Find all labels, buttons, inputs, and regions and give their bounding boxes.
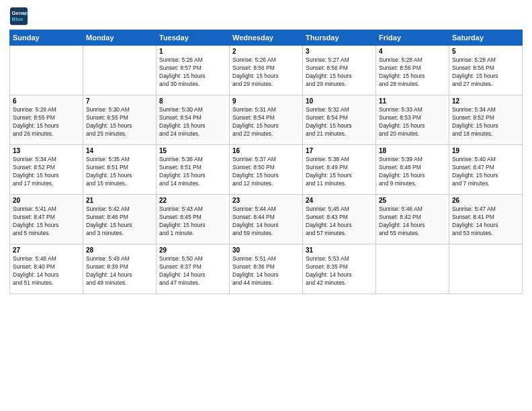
- day-info: Sunrise: 5:35 AM Sunset: 8:51 PM Dayligh…: [86, 156, 153, 188]
- calendar-cell: 9Sunrise: 5:31 AM Sunset: 8:54 PM Daylig…: [230, 95, 303, 145]
- day-number: 22: [159, 197, 226, 204]
- calendar-table: SundayMondayTuesdayWednesdayThursdayFrid…: [9, 30, 523, 294]
- calendar-week-row: 13Sunrise: 5:34 AM Sunset: 8:52 PM Dayli…: [10, 145, 523, 195]
- calendar-cell: 30Sunrise: 5:51 AM Sunset: 8:36 PM Dayli…: [230, 244, 303, 294]
- day-info: Sunrise: 5:37 AM Sunset: 8:50 PM Dayligh…: [232, 156, 300, 188]
- calendar-day-header: Tuesday: [157, 30, 230, 46]
- calendar-cell: 3Sunrise: 5:27 AM Sunset: 8:56 PM Daylig…: [303, 46, 376, 95]
- calendar-cell: 22Sunrise: 5:43 AM Sunset: 8:45 PM Dayli…: [157, 195, 230, 244]
- day-number: 31: [306, 246, 373, 254]
- calendar-cell: 28Sunrise: 5:49 AM Sunset: 8:39 PM Dayli…: [83, 244, 157, 294]
- day-number: 23: [232, 197, 300, 204]
- calendar-cell: 31Sunrise: 5:53 AM Sunset: 8:35 PM Dayli…: [303, 244, 376, 294]
- calendar-cell: 24Sunrise: 5:45 AM Sunset: 8:43 PM Dayli…: [303, 195, 376, 244]
- day-info: Sunrise: 5:49 AM Sunset: 8:39 PM Dayligh…: [86, 255, 153, 287]
- day-number: 19: [452, 147, 519, 154]
- day-info: Sunrise: 5:26 AM Sunset: 8:56 PM Dayligh…: [232, 56, 300, 89]
- day-info: Sunrise: 5:47 AM Sunset: 8:41 PM Dayligh…: [452, 205, 519, 238]
- calendar-cell: 18Sunrise: 5:39 AM Sunset: 8:48 PM Dayli…: [376, 145, 449, 195]
- logo-icon: General Blue: [9, 7, 28, 26]
- calendar-cell: 2Sunrise: 5:26 AM Sunset: 8:56 PM Daylig…: [230, 46, 303, 95]
- page: General Blue SundayMondayTuesdayWednesda…: [0, 0, 532, 411]
- day-number: 16: [232, 147, 300, 154]
- calendar-cell: 4Sunrise: 5:28 AM Sunset: 8:56 PM Daylig…: [376, 46, 449, 95]
- calendar-cell: 29Sunrise: 5:50 AM Sunset: 8:37 PM Dayli…: [157, 244, 230, 294]
- calendar-cell: 19Sunrise: 5:40 AM Sunset: 8:47 PM Dayli…: [449, 145, 523, 195]
- day-number: 25: [379, 197, 446, 204]
- day-info: Sunrise: 5:48 AM Sunset: 8:40 PM Dayligh…: [13, 255, 80, 287]
- day-info: Sunrise: 5:29 AM Sunset: 8:55 PM Dayligh…: [13, 106, 80, 138]
- day-info: Sunrise: 5:42 AM Sunset: 8:46 PM Dayligh…: [86, 205, 153, 238]
- day-number: 4: [379, 48, 446, 55]
- calendar-week-row: 1Sunrise: 5:26 AM Sunset: 8:57 PM Daylig…: [10, 46, 523, 95]
- day-info: Sunrise: 5:43 AM Sunset: 8:45 PM Dayligh…: [159, 205, 226, 238]
- day-number: 18: [379, 147, 446, 154]
- calendar-cell: 20Sunrise: 5:41 AM Sunset: 8:47 PM Dayli…: [10, 195, 83, 244]
- day-info: Sunrise: 5:44 AM Sunset: 8:44 PM Dayligh…: [232, 205, 300, 238]
- svg-text:Blue: Blue: [12, 16, 24, 22]
- calendar-cell: 8Sunrise: 5:30 AM Sunset: 8:54 PM Daylig…: [157, 95, 230, 145]
- day-number: 20: [13, 197, 80, 204]
- calendar-cell: 16Sunrise: 5:37 AM Sunset: 8:50 PM Dayli…: [230, 145, 303, 195]
- calendar-cell: 13Sunrise: 5:34 AM Sunset: 8:52 PM Dayli…: [10, 145, 83, 195]
- day-number: 8: [159, 97, 226, 105]
- day-number: 10: [306, 97, 373, 105]
- calendar-cell: 6Sunrise: 5:29 AM Sunset: 8:55 PM Daylig…: [10, 95, 83, 145]
- calendar-cell: 5Sunrise: 5:28 AM Sunset: 8:56 PM Daylig…: [449, 46, 523, 95]
- day-info: Sunrise: 5:36 AM Sunset: 8:51 PM Dayligh…: [159, 156, 226, 188]
- day-info: Sunrise: 5:33 AM Sunset: 8:53 PM Dayligh…: [379, 106, 446, 138]
- day-info: Sunrise: 5:28 AM Sunset: 8:56 PM Dayligh…: [379, 56, 446, 89]
- calendar-cell: [449, 244, 523, 294]
- calendar-cell: 1Sunrise: 5:26 AM Sunset: 8:57 PM Daylig…: [157, 46, 230, 95]
- day-info: Sunrise: 5:34 AM Sunset: 8:52 PM Dayligh…: [13, 156, 80, 188]
- day-number: 11: [379, 97, 446, 105]
- day-info: Sunrise: 5:51 AM Sunset: 8:36 PM Dayligh…: [232, 255, 300, 287]
- day-info: Sunrise: 5:28 AM Sunset: 8:56 PM Dayligh…: [452, 56, 519, 89]
- calendar-cell: 14Sunrise: 5:35 AM Sunset: 8:51 PM Dayli…: [83, 145, 157, 195]
- calendar-week-row: 6Sunrise: 5:29 AM Sunset: 8:55 PM Daylig…: [10, 95, 523, 145]
- day-number: 3: [306, 48, 373, 55]
- calendar-week-row: 20Sunrise: 5:41 AM Sunset: 8:47 PM Dayli…: [10, 195, 523, 244]
- day-info: Sunrise: 5:53 AM Sunset: 8:35 PM Dayligh…: [306, 255, 373, 287]
- day-number: 5: [452, 48, 519, 55]
- day-info: Sunrise: 5:41 AM Sunset: 8:47 PM Dayligh…: [13, 205, 80, 238]
- day-number: 24: [306, 197, 373, 204]
- day-number: 14: [86, 147, 153, 154]
- calendar-cell: 7Sunrise: 5:30 AM Sunset: 8:55 PM Daylig…: [83, 95, 157, 145]
- calendar-cell: 23Sunrise: 5:44 AM Sunset: 8:44 PM Dayli…: [230, 195, 303, 244]
- day-info: Sunrise: 5:46 AM Sunset: 8:42 PM Dayligh…: [379, 205, 446, 238]
- calendar-day-header: Monday: [83, 30, 157, 46]
- day-number: 12: [452, 97, 519, 105]
- calendar-week-row: 27Sunrise: 5:48 AM Sunset: 8:40 PM Dayli…: [10, 244, 523, 294]
- calendar-day-header: Thursday: [303, 30, 376, 46]
- day-number: 28: [86, 246, 153, 254]
- day-number: 9: [232, 97, 300, 105]
- calendar-cell: [10, 46, 83, 95]
- day-info: Sunrise: 5:31 AM Sunset: 8:54 PM Dayligh…: [232, 106, 300, 138]
- calendar-day-header: Friday: [376, 30, 449, 46]
- day-number: 15: [159, 147, 226, 154]
- day-number: 26: [452, 197, 519, 204]
- calendar-cell: 11Sunrise: 5:33 AM Sunset: 8:53 PM Dayli…: [376, 95, 449, 145]
- day-number: 2: [232, 48, 300, 55]
- logo: General Blue: [9, 7, 28, 26]
- day-number: 1: [159, 48, 226, 55]
- day-info: Sunrise: 5:26 AM Sunset: 8:57 PM Dayligh…: [159, 56, 226, 89]
- calendar-cell: 27Sunrise: 5:48 AM Sunset: 8:40 PM Dayli…: [10, 244, 83, 294]
- day-info: Sunrise: 5:32 AM Sunset: 8:54 PM Dayligh…: [306, 106, 373, 138]
- calendar-cell: [376, 244, 449, 294]
- calendar-day-header: Saturday: [449, 30, 523, 46]
- calendar-cell: 26Sunrise: 5:47 AM Sunset: 8:41 PM Dayli…: [449, 195, 523, 244]
- day-number: 17: [306, 147, 373, 154]
- calendar-cell: 25Sunrise: 5:46 AM Sunset: 8:42 PM Dayli…: [376, 195, 449, 244]
- day-info: Sunrise: 5:50 AM Sunset: 8:37 PM Dayligh…: [159, 255, 226, 287]
- day-info: Sunrise: 5:45 AM Sunset: 8:43 PM Dayligh…: [306, 205, 373, 238]
- day-number: 29: [159, 246, 226, 254]
- calendar-day-header: Sunday: [10, 30, 83, 46]
- day-info: Sunrise: 5:30 AM Sunset: 8:55 PM Dayligh…: [86, 106, 153, 138]
- calendar-day-header: Wednesday: [230, 30, 303, 46]
- day-number: 7: [86, 97, 153, 105]
- day-number: 13: [13, 147, 80, 154]
- calendar-cell: [83, 46, 157, 95]
- header: General Blue: [9, 7, 523, 26]
